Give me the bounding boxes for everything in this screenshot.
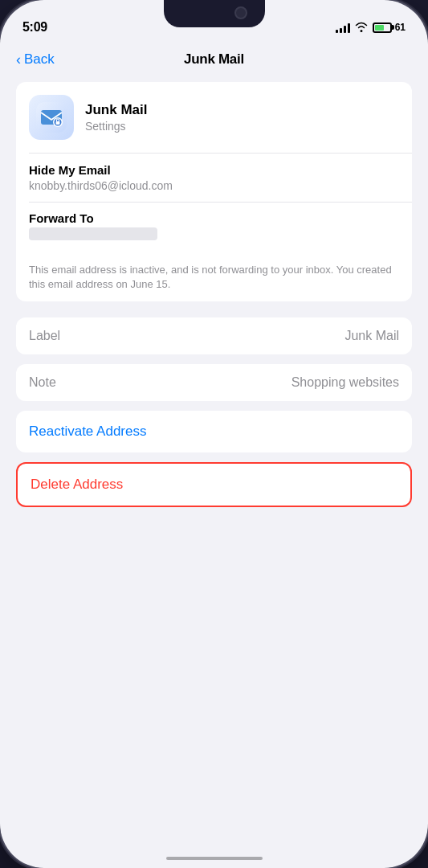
reactivate-card[interactable]: Reactivate Address xyxy=(16,411,412,452)
note-row: Note Shopping websites xyxy=(16,364,412,401)
forward-to-value xyxy=(29,227,157,240)
delete-label: Delete Address xyxy=(31,477,123,493)
signal-bars-icon xyxy=(336,22,350,33)
app-info-row: Junk Mail Settings xyxy=(16,82,412,153)
forward-to-row: Forward To xyxy=(16,202,412,253)
nav-bar: ‹ Back Junk Mail xyxy=(0,43,428,76)
note-card: Note Shopping websites xyxy=(16,364,412,401)
forward-to-label: Forward To xyxy=(29,211,399,225)
status-icons: 61 xyxy=(336,21,406,35)
hide-my-email-row: Hide My Email knobby.thirds06@icloud.com xyxy=(16,154,412,202)
content-area: Junk Mail Settings Hide My Email knobby.… xyxy=(0,76,428,533)
delete-button[interactable]: Delete Address xyxy=(18,464,410,506)
app-name: Junk Mail xyxy=(85,102,147,118)
note-field-value: Shopping websites xyxy=(291,375,399,390)
wifi-icon xyxy=(355,21,368,35)
note-field-label: Note xyxy=(29,375,56,390)
reactivate-label: Reactivate Address xyxy=(29,424,146,440)
status-time: 5:09 xyxy=(22,20,47,35)
app-text: Junk Mail Settings xyxy=(85,102,147,133)
back-chevron-icon: ‹ xyxy=(16,51,21,68)
info-card: Junk Mail Settings Hide My Email knobby.… xyxy=(16,82,412,301)
label-field-label: Label xyxy=(29,329,60,343)
delete-card[interactable]: Delete Address xyxy=(16,462,412,507)
label-card: Label Junk Mail xyxy=(16,317,412,354)
home-indicator xyxy=(166,857,263,860)
hide-my-email-value: knobby.thirds06@icloud.com xyxy=(29,179,399,192)
hide-my-email-label: Hide My Email xyxy=(29,163,399,177)
back-button[interactable]: ‹ Back xyxy=(16,51,55,68)
battery-icon: 61 xyxy=(373,22,406,33)
reactivate-button[interactable]: Reactivate Address xyxy=(16,411,412,452)
app-icon xyxy=(29,95,74,140)
label-field-value: Junk Mail xyxy=(344,329,399,343)
battery-level: 61 xyxy=(395,22,406,33)
app-settings-label: Settings xyxy=(85,120,147,133)
description-text: This email address is inactive, and is n… xyxy=(16,253,412,301)
back-label: Back xyxy=(24,51,55,68)
label-row: Label Junk Mail xyxy=(16,317,412,354)
page-title: Junk Mail xyxy=(184,51,244,68)
svg-rect-4 xyxy=(56,121,60,125)
